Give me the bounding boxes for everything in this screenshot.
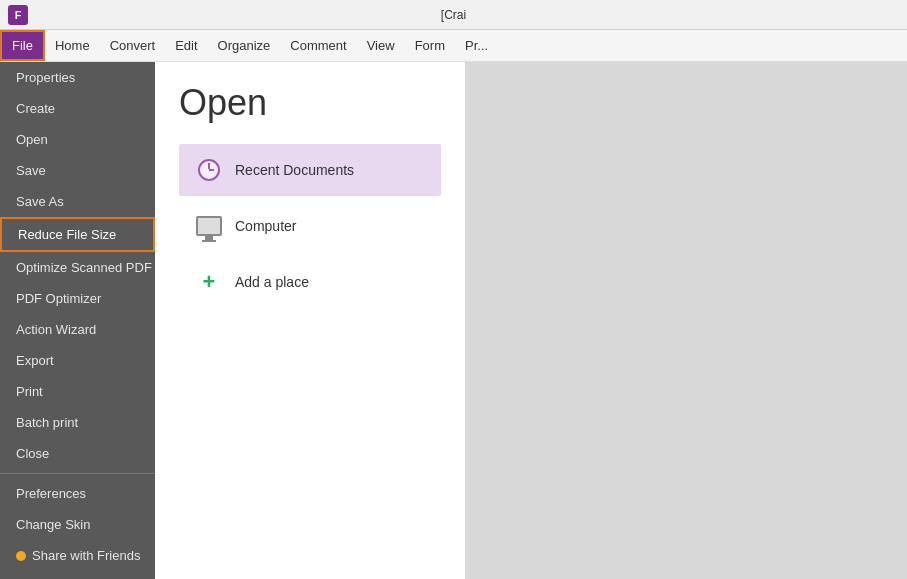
open-panel-title: Open <box>179 82 441 124</box>
content-area: Open Recent Documents Computer <box>155 62 907 579</box>
menu-item-view[interactable]: View <box>357 30 405 61</box>
sidebar-item-save[interactable]: Save <box>0 155 155 186</box>
sidebar-item-pdf-optimizer[interactable]: PDF Optimizer <box>0 283 155 314</box>
sidebar-item-share-with-friends[interactable]: Share with Friends <box>0 540 155 571</box>
sidebar-item-export[interactable]: Export <box>0 345 155 376</box>
sidebar-item-change-skin[interactable]: Change Skin <box>0 509 155 540</box>
menu-item-pro[interactable]: Pr... <box>455 30 498 61</box>
right-area <box>465 62 907 579</box>
sidebar-item-batch-print[interactable]: Batch print <box>0 407 155 438</box>
open-option-recent-label: Recent Documents <box>235 162 354 178</box>
menu-item-convert[interactable]: Convert <box>100 30 166 61</box>
computer-icon <box>195 212 223 240</box>
sidebar-item-optimize-scanned[interactable]: Optimize Scanned PDF <box>0 252 155 283</box>
open-option-add-place-label: Add a place <box>235 274 309 290</box>
app-icon: F <box>8 5 28 25</box>
menu-item-file[interactable]: File <box>0 30 45 61</box>
open-option-computer-label: Computer <box>235 218 296 234</box>
sidebar-item-share-label: Share with Friends <box>32 548 140 563</box>
sidebar-item-properties[interactable]: Properties <box>0 62 155 93</box>
sidebar-item-action-wizard[interactable]: Action Wizard <box>0 314 155 345</box>
open-option-computer[interactable]: Computer <box>179 200 441 252</box>
window-title: [Crai <box>441 8 466 22</box>
menu-item-comment[interactable]: Comment <box>280 30 356 61</box>
open-option-recent-documents[interactable]: Recent Documents <box>179 144 441 196</box>
menu-bar: File Home Convert Edit Organize Comment … <box>0 30 907 62</box>
add-place-icon <box>195 268 223 296</box>
share-dot-icon <box>16 551 26 561</box>
sidebar-item-close[interactable]: Close <box>0 438 155 469</box>
main-layout: Properties Create Open Save Save As Redu… <box>0 62 907 579</box>
sidebar-item-open[interactable]: Open <box>0 124 155 155</box>
menu-item-form[interactable]: Form <box>405 30 455 61</box>
title-bar: F [Crai <box>0 0 907 30</box>
sidebar-divider-1 <box>0 473 155 474</box>
menu-item-edit[interactable]: Edit <box>165 30 207 61</box>
clock-icon <box>195 156 223 184</box>
sidebar-item-save-as[interactable]: Save As <box>0 186 155 217</box>
menu-item-organize[interactable]: Organize <box>208 30 281 61</box>
sidebar: Properties Create Open Save Save As Redu… <box>0 62 155 579</box>
open-option-add-place[interactable]: Add a place <box>179 256 441 308</box>
sidebar-item-preferences[interactable]: Preferences <box>0 478 155 509</box>
sidebar-item-reduce-file-size[interactable]: Reduce File Size <box>0 217 155 252</box>
sidebar-item-create[interactable]: Create <box>0 93 155 124</box>
menu-item-home[interactable]: Home <box>45 30 100 61</box>
sidebar-item-print[interactable]: Print <box>0 376 155 407</box>
open-panel: Open Recent Documents Computer <box>155 62 465 579</box>
